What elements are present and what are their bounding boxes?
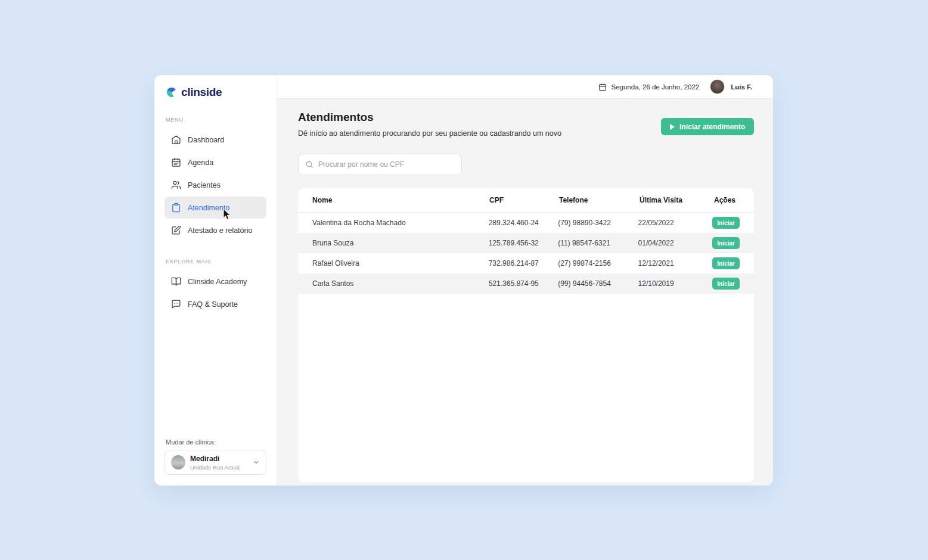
- sidebar-item-atestado[interactable]: Atestado e relatório: [165, 219, 266, 241]
- user-name: Luis F.: [731, 83, 752, 91]
- calendar-icon: [598, 83, 607, 91]
- table-header-row: Nome CPF Telefone Última Visita Ações: [298, 188, 754, 213]
- header-ultima-visita: Última Visita: [640, 196, 714, 204]
- clinic-switcher: Mudar de clínica: Mediradi Unidade Rua A…: [165, 438, 266, 475]
- iniciar-row-button[interactable]: Iniciar: [712, 257, 740, 269]
- calendar-icon: [171, 157, 181, 167]
- sidebar-item-label: Agenda: [188, 158, 213, 167]
- content: Atendimentos Dê início ao atendimento pr…: [277, 99, 773, 486]
- page-title: Atendimentos: [298, 111, 561, 124]
- cell-ultima-visita: 01/04/2022: [638, 239, 712, 247]
- search-icon: [305, 160, 314, 169]
- iniciar-atendimento-label: Iniciar atendimento: [679, 123, 745, 131]
- cell-cpf: 732.986.214-87: [489, 259, 558, 267]
- book-icon: [171, 276, 181, 287]
- main-area: Segunda, 26 de Junho, 2022 Luis F. Atend…: [277, 75, 773, 486]
- sidebar-item-agenda[interactable]: Agenda: [165, 151, 266, 173]
- clipboard-icon: [171, 203, 181, 213]
- explore-nav: Clinside Academy FAQ & Suporte: [165, 270, 266, 316]
- clinic-unit: Unidade Rua Arauá: [190, 464, 240, 471]
- sidebar-item-pacientes[interactable]: Pacientes: [165, 174, 266, 196]
- iniciar-row-button[interactable]: Iniciar: [712, 278, 740, 290]
- user-avatar[interactable]: [710, 79, 725, 94]
- table-row: Bruna Souza 125.789.456-32 (11) 98547-63…: [298, 233, 754, 253]
- cell-cpf: 289.324.460-24: [489, 219, 558, 227]
- logo-text: clinside: [181, 86, 222, 99]
- app-window: clinside MENU Dashboard Agenda Pacient: [154, 75, 773, 486]
- cell-telefone: (79) 98890-3422: [558, 219, 638, 227]
- table-row: Carla Santos 521.365.874-95 (99) 94456-7…: [298, 273, 754, 294]
- main-nav: Dashboard Agenda Pacientes Atendimento: [165, 129, 266, 242]
- header-cpf: CPF: [489, 196, 559, 204]
- iniciar-row-button[interactable]: Iniciar: [712, 217, 740, 229]
- patients-table: Nome CPF Telefone Última Visita Ações Va…: [298, 188, 754, 483]
- cell-cpf: 125.789.456-32: [489, 239, 558, 247]
- cell-telefone: (99) 94456-7854: [558, 279, 638, 288]
- header-nome: Nome: [312, 196, 489, 204]
- page-subtitle: Dê início ao atendimento procurando por …: [298, 129, 561, 138]
- sidebar-item-label: Atendimento: [188, 204, 229, 212]
- play-icon: [670, 124, 675, 130]
- sidebar-item-dashboard[interactable]: Dashboard: [165, 129, 266, 151]
- people-icon: [171, 180, 181, 190]
- logo: clinside: [165, 85, 266, 100]
- date-display: Segunda, 26 de Junho, 2022: [598, 83, 700, 91]
- clinic-switcher-label: Mudar de clínica:: [166, 438, 266, 446]
- table-body: Valentina da Rocha Machado 289.324.460-2…: [298, 213, 754, 294]
- cell-cpf: 521.365.874-95: [489, 279, 558, 288]
- sidebar-item-faq[interactable]: FAQ & Suporte: [165, 293, 266, 315]
- cell-nome: Valentina da Rocha Machado: [312, 219, 489, 227]
- cell-nome: Rafael Oliveira: [312, 259, 489, 267]
- current-date: Segunda, 26 de Junho, 2022: [612, 83, 700, 91]
- cell-ultima-visita: 12/12/2021: [638, 259, 712, 267]
- iniciar-atendimento-button[interactable]: Iniciar atendimento: [661, 118, 754, 135]
- header-telefone: Telefone: [559, 196, 640, 204]
- topbar: Segunda, 26 de Junho, 2022 Luis F.: [277, 75, 773, 99]
- clinside-logo-icon: [166, 86, 178, 98]
- iniciar-row-button[interactable]: Iniciar: [712, 237, 740, 249]
- sidebar-item-atendimento[interactable]: Atendimento: [165, 197, 266, 219]
- search-box: [298, 154, 462, 175]
- header-acoes: Ações: [714, 196, 740, 204]
- sidebar-item-label: Atestado e relatório: [188, 226, 252, 235]
- table-row: Valentina da Rocha Machado 289.324.460-2…: [298, 213, 754, 233]
- chevron-down-icon: [253, 459, 260, 466]
- explore-section-label: EXPLORE MAIS: [166, 259, 266, 265]
- search-input[interactable]: [318, 160, 455, 169]
- clinic-avatar: [171, 455, 185, 469]
- sidebar-item-label: FAQ & Suporte: [188, 300, 238, 309]
- edit-icon: [171, 225, 181, 235]
- sidebar-item-academy[interactable]: Clinside Academy: [165, 270, 266, 293]
- cell-nome: Carla Santos: [312, 279, 489, 288]
- clinic-name: Mediradi: [190, 455, 240, 463]
- sidebar-item-label: Clinside Academy: [188, 278, 247, 286]
- home-icon: [171, 135, 181, 145]
- cell-ultima-visita: 22/05/2022: [638, 219, 712, 227]
- menu-section-label: MENU: [166, 117, 266, 123]
- cell-telefone: (27) 99874-2156: [558, 259, 638, 267]
- table-row: Rafael Oliveira 732.986.214-87 (27) 9987…: [298, 253, 754, 273]
- cell-nome: Bruna Souza: [312, 239, 489, 247]
- cell-ultima-visita: 12/10/2019: [638, 279, 712, 288]
- sidebar-item-label: Pacientes: [188, 181, 221, 189]
- chat-icon: [171, 299, 181, 309]
- clinic-selector[interactable]: Mediradi Unidade Rua Arauá: [165, 450, 266, 475]
- sidebar: clinside MENU Dashboard Agenda Pacient: [154, 75, 277, 486]
- sidebar-item-label: Dashboard: [188, 136, 224, 144]
- cell-telefone: (11) 98547-6321: [558, 239, 638, 247]
